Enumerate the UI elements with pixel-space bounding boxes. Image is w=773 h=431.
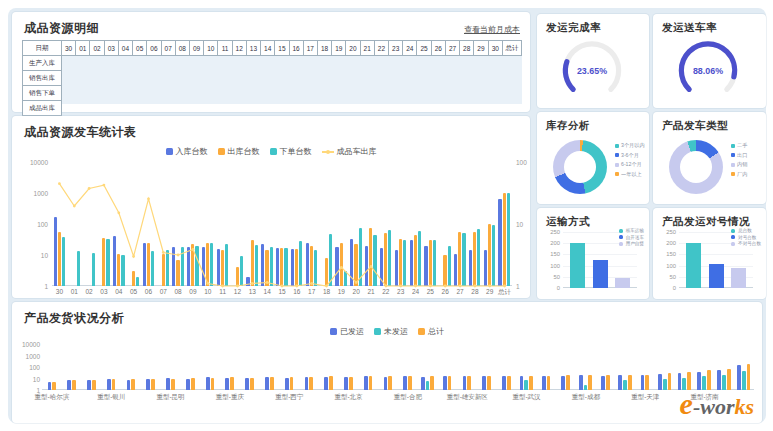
bar xyxy=(211,378,215,390)
table-header-cell: 13 xyxy=(246,41,260,56)
bar xyxy=(524,380,528,390)
legend-item-用户自提[interactable]: 用户自提 xyxy=(619,241,644,246)
x-tick-label: 17 xyxy=(304,288,319,295)
bar xyxy=(388,376,392,390)
bar xyxy=(309,377,313,390)
legend-item-总计[interactable]: 总计 xyxy=(418,326,444,337)
bar xyxy=(265,377,269,390)
bar xyxy=(473,232,476,286)
legend-item-出库台数[interactable]: 出库台数 xyxy=(218,146,260,157)
table-empty-cell xyxy=(118,86,132,101)
table-empty-cell xyxy=(232,101,246,116)
x-tick-label: 15 xyxy=(275,288,290,295)
inventory-donut-chart xyxy=(553,140,607,194)
legend-item-总台数[interactable]: 总台数 xyxy=(731,228,761,233)
bar-group xyxy=(319,162,334,286)
bar xyxy=(365,246,368,286)
table-empty-cell xyxy=(503,86,522,101)
bar xyxy=(737,365,741,390)
watermark-ks: ks xyxy=(734,394,754,419)
legend-item-未发运[interactable]: 未发运 xyxy=(374,326,408,337)
legend-item-成品车出库[interactable]: 成品车出库 xyxy=(322,146,377,157)
bar-group xyxy=(141,344,161,390)
y-tick-label: 10 xyxy=(33,376,40,383)
panel-title: 成品资源发车统计表 xyxy=(12,116,530,141)
table-empty-cell xyxy=(76,71,90,86)
bar-group xyxy=(304,162,319,286)
bar xyxy=(147,243,150,286)
bar xyxy=(151,251,154,286)
table-empty-cell xyxy=(218,101,232,116)
table-empty-cell xyxy=(488,71,502,86)
table-empty-cell xyxy=(374,86,388,101)
bar-group xyxy=(349,162,364,286)
mini-chart-legend: 总台数对号台数不对号台数 xyxy=(731,228,761,246)
bar xyxy=(421,377,425,390)
bar xyxy=(87,380,91,390)
bar-group xyxy=(334,162,349,286)
legend-item-自开送车[interactable]: 自开送车 xyxy=(619,235,644,240)
x-tick-label: 重型-银川 xyxy=(81,393,141,402)
bar xyxy=(92,253,95,286)
legend-item-3个月以内[interactable]: 3个月以内 xyxy=(615,142,645,149)
bar xyxy=(507,376,511,390)
x-tick-label: 重型-北京 xyxy=(319,393,379,402)
legend-item-3-6个月[interactable]: 3-6个月 xyxy=(615,152,645,159)
legend-item-一年以上[interactable]: 一年以上 xyxy=(615,171,645,178)
bar-group xyxy=(156,162,171,286)
table-empty-cell xyxy=(460,101,474,116)
table-empty-cell xyxy=(289,56,303,71)
bar-group xyxy=(230,162,245,286)
legend-item-下单台数[interactable]: 下单台数 xyxy=(270,146,312,157)
y-tick-label: 50 xyxy=(554,274,560,280)
table-empty-cell xyxy=(431,56,445,71)
bar xyxy=(270,377,274,390)
bar xyxy=(52,382,56,390)
table-empty-cell xyxy=(189,56,203,71)
legend-item-对号台数[interactable]: 对号台数 xyxy=(731,235,761,240)
legend-item-6-12个月[interactable]: 6-12个月 xyxy=(615,161,645,168)
bar xyxy=(687,372,691,390)
table-empty-cell xyxy=(204,86,218,101)
x-tick-label: 26 xyxy=(438,288,453,295)
table-row-label: 销售下单 xyxy=(23,86,62,101)
table-empty-cell xyxy=(503,56,522,71)
bar-group xyxy=(576,344,596,390)
legend-item-入库台数[interactable]: 入库台数 xyxy=(166,146,208,157)
table-empty-cell xyxy=(460,71,474,86)
x-tick-label: 重型-哈尔滨 xyxy=(22,393,82,402)
table-empty-cell xyxy=(175,86,189,101)
y-tick-label: 1000 xyxy=(26,353,40,360)
table-empty-cell xyxy=(431,86,445,101)
resource-table: 日期30010203040506070809101112131415161718… xyxy=(22,40,522,116)
bar xyxy=(314,250,317,286)
legend-item-已发运[interactable]: 已发运 xyxy=(330,326,364,337)
legend-label: 二手 xyxy=(737,142,747,149)
table-empty-cell xyxy=(289,86,303,101)
legend-item-二手[interactable]: 二手 xyxy=(731,142,747,149)
bar-group xyxy=(299,344,319,390)
view-current-month-link[interactable]: 查看当前月成本 xyxy=(464,24,520,35)
table-header-cell: 03 xyxy=(104,41,118,56)
legend-item-厂内[interactable]: 厂内 xyxy=(731,171,747,178)
table-empty-cell xyxy=(133,56,147,71)
bar-group xyxy=(82,344,102,390)
legend-swatch-icon xyxy=(615,144,619,148)
bar xyxy=(181,247,184,286)
legend-item-出口[interactable]: 出口 xyxy=(731,152,747,159)
x-tick-label: 28 xyxy=(467,288,482,295)
table-empty-cell xyxy=(261,71,275,86)
legend-item-内销[interactable]: 内销 xyxy=(731,161,747,168)
bar xyxy=(305,377,309,390)
bar xyxy=(418,231,421,286)
table-empty-cell xyxy=(104,71,118,86)
mid-chart-plot xyxy=(52,162,512,286)
bar xyxy=(467,376,471,390)
bar-group xyxy=(338,344,358,390)
bar xyxy=(285,378,289,390)
bar xyxy=(136,277,139,286)
legend-item-不对号台数[interactable]: 不对号台数 xyxy=(731,241,761,246)
bar xyxy=(166,378,170,390)
gauge: 88.06% xyxy=(669,32,747,106)
legend-item-板车运输[interactable]: 板车运输 xyxy=(619,228,644,233)
